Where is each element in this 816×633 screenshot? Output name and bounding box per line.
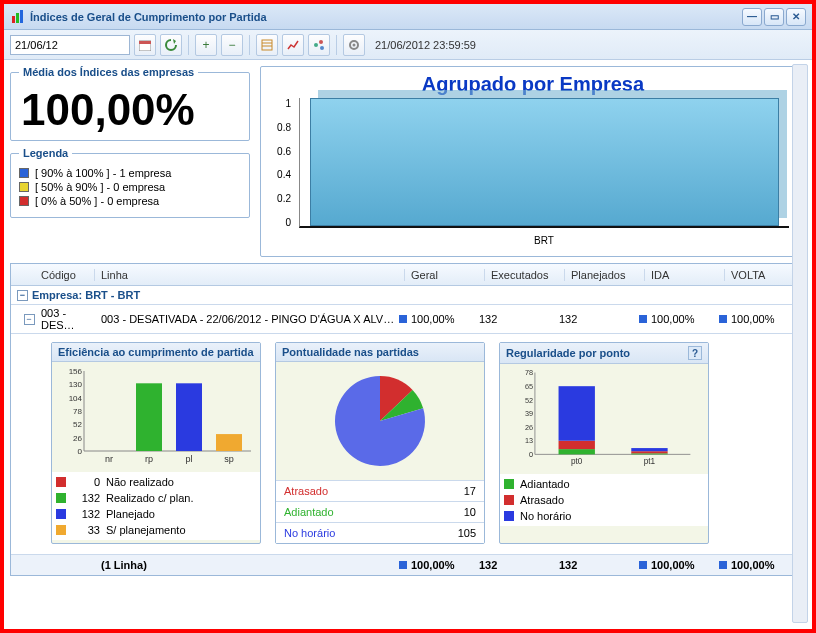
cluster-button[interactable] bbox=[308, 34, 330, 56]
svg-rect-39 bbox=[559, 449, 595, 454]
list-view-button[interactable] bbox=[256, 34, 278, 56]
data-grid: Código Linha Geral Executados Planejados… bbox=[10, 263, 806, 576]
footer-planejados: 132 bbox=[559, 559, 639, 571]
cell-linha: 003 - DESATIVADA - 22/06/2012 - PINGO D'… bbox=[101, 313, 399, 325]
date-input[interactable] bbox=[10, 35, 130, 55]
efficiency-chart: 0265278104130156 nrrpplsp bbox=[56, 366, 256, 466]
col-linha[interactable]: Linha bbox=[95, 269, 405, 281]
cell-geral: 100,00% bbox=[399, 313, 479, 325]
legend-item: 0Não realizado bbox=[56, 474, 256, 490]
svg-rect-2 bbox=[20, 10, 23, 23]
svg-text:sp: sp bbox=[224, 454, 234, 464]
efficiency-panel: Eficiência ao cumprimento de partida 026… bbox=[51, 342, 261, 544]
col-executados[interactable]: Executados bbox=[485, 269, 565, 281]
svg-text:39: 39 bbox=[525, 409, 533, 418]
svg-rect-42 bbox=[631, 453, 667, 454]
collapse-icon[interactable]: − bbox=[24, 314, 35, 325]
cell-planejados: 132 bbox=[559, 313, 639, 325]
top-chart-area: 10.80.60.40.20 BRT bbox=[269, 98, 797, 248]
minimize-button[interactable]: — bbox=[742, 8, 762, 26]
footer-geral: 100,00% bbox=[399, 559, 479, 571]
help-icon[interactable]: ? bbox=[688, 346, 702, 360]
svg-rect-40 bbox=[559, 441, 595, 449]
legend-item: No horário bbox=[504, 508, 704, 524]
group-row[interactable]: − Empresa: BRT - BRT bbox=[11, 286, 805, 305]
svg-text:52: 52 bbox=[525, 396, 533, 405]
average-panel: Média dos Índices das empresas 100,00% bbox=[10, 66, 250, 141]
collapse-icon[interactable]: − bbox=[17, 290, 28, 301]
svg-text:65: 65 bbox=[525, 382, 533, 391]
group-label: Empresa: BRT - BRT bbox=[32, 289, 140, 301]
svg-rect-44 bbox=[631, 448, 667, 451]
toolbar: + − 21/06/2012 23:59:59 bbox=[4, 30, 812, 60]
svg-text:pt0: pt0 bbox=[571, 457, 583, 466]
svg-rect-41 bbox=[559, 386, 595, 441]
cell-codigo: 003 - DES… bbox=[41, 307, 101, 331]
efficiency-title: Eficiência ao cumprimento de partida bbox=[58, 346, 254, 358]
svg-rect-25 bbox=[216, 434, 242, 451]
top-chart-bar bbox=[310, 98, 779, 226]
svg-text:78: 78 bbox=[525, 368, 533, 377]
calendar-button[interactable] bbox=[134, 34, 156, 56]
window-title: Índices de Geral de Cumprimento por Part… bbox=[30, 11, 742, 23]
svg-rect-43 bbox=[631, 451, 667, 453]
svg-text:52: 52 bbox=[73, 420, 82, 429]
expand-button[interactable]: + bbox=[195, 34, 217, 56]
legend-item: [ 0% à 50% ] - 0 empresa bbox=[19, 195, 241, 207]
col-planejados[interactable]: Planejados bbox=[565, 269, 645, 281]
col-codigo[interactable]: Código bbox=[35, 269, 95, 281]
footer-executados: 132 bbox=[479, 559, 559, 571]
svg-text:26: 26 bbox=[525, 423, 533, 432]
svg-text:78: 78 bbox=[73, 407, 82, 416]
legend-item: 132Realizado c/ plan. bbox=[56, 490, 256, 506]
svg-point-8 bbox=[314, 43, 318, 47]
maximize-button[interactable]: ▭ bbox=[764, 8, 784, 26]
svg-text:rp: rp bbox=[145, 454, 153, 464]
col-geral[interactable]: Geral bbox=[405, 269, 485, 281]
punct-row: No horário105 bbox=[276, 522, 484, 543]
svg-point-9 bbox=[319, 40, 323, 44]
app-icon bbox=[10, 9, 26, 25]
legend-item: [ 90% à 100% ] - 1 empresa bbox=[19, 167, 241, 179]
cell-ida: 100,00% bbox=[639, 313, 719, 325]
svg-point-12 bbox=[353, 43, 356, 46]
cell-executados: 132 bbox=[479, 313, 559, 325]
punct-row: Atrasado17 bbox=[276, 480, 484, 501]
punct-row: Adiantado10 bbox=[276, 501, 484, 522]
average-value: 100,00% bbox=[19, 84, 241, 132]
svg-rect-5 bbox=[262, 40, 272, 50]
svg-text:nr: nr bbox=[105, 454, 113, 464]
svg-rect-23 bbox=[136, 383, 162, 451]
collapse-button[interactable]: − bbox=[221, 34, 243, 56]
svg-text:0: 0 bbox=[78, 447, 83, 456]
grid-header: Código Linha Geral Executados Planejados… bbox=[11, 264, 805, 286]
legend-item: 33S/ planejamento bbox=[56, 522, 256, 538]
grid-footer: (1 Linha) 100,00% 132 132 100,00% 100,00… bbox=[11, 555, 805, 575]
legend-item: Atrasado bbox=[504, 492, 704, 508]
gear-button[interactable] bbox=[343, 34, 365, 56]
svg-text:104: 104 bbox=[69, 394, 83, 403]
footer-volta: 100,00% bbox=[719, 559, 799, 571]
chart-mode-button[interactable] bbox=[282, 34, 304, 56]
regularity-title: Regularidade por ponto bbox=[506, 347, 630, 359]
svg-text:156: 156 bbox=[69, 367, 83, 376]
svg-text:13: 13 bbox=[525, 436, 533, 445]
average-panel-title: Média dos Índices das empresas bbox=[19, 66, 198, 78]
regularity-chart: 0132639526578 pt0pt1 bbox=[504, 368, 704, 468]
detail-panels: Eficiência ao cumprimento de partida 026… bbox=[11, 334, 805, 555]
table-row[interactable]: − 003 - DES… 003 - DESATIVADA - 22/06/20… bbox=[11, 305, 805, 334]
footer-ida: 100,00% bbox=[639, 559, 719, 571]
legend-item: 132Planejado bbox=[56, 506, 256, 522]
vertical-scrollbar[interactable] bbox=[792, 64, 808, 623]
punctuality-title: Pontualidade nas partidas bbox=[282, 346, 419, 358]
refresh-button[interactable] bbox=[160, 34, 182, 56]
svg-text:26: 26 bbox=[73, 434, 82, 443]
window-titlebar: Índices de Geral de Cumprimento por Part… bbox=[4, 4, 812, 30]
svg-point-10 bbox=[320, 46, 324, 50]
svg-rect-0 bbox=[12, 16, 15, 23]
col-ida[interactable]: IDA bbox=[645, 269, 725, 281]
svg-text:pl: pl bbox=[185, 454, 192, 464]
svg-text:0: 0 bbox=[529, 450, 533, 459]
close-button[interactable]: ✕ bbox=[786, 8, 806, 26]
legend-item: Adiantado bbox=[504, 476, 704, 492]
